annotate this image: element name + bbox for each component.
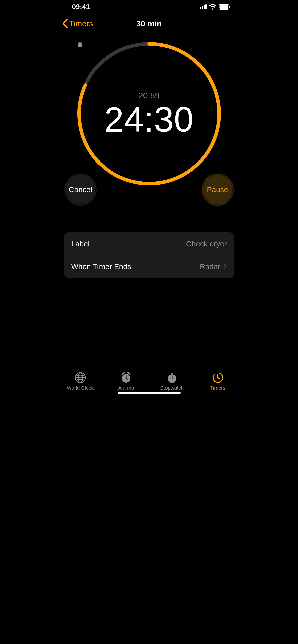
end-title: When Timer Ends <box>71 262 131 271</box>
when-timer-ends-row[interactable]: When Timer Ends Radar <box>64 255 234 278</box>
tab-label: Alarms <box>118 385 134 391</box>
tab-timers[interactable]: Timers <box>195 364 241 391</box>
cancel-button[interactable]: Cancel <box>64 174 97 206</box>
stopwatch-icon <box>166 372 178 384</box>
status-bar: 09:41 <box>57 0 241 14</box>
statusbar-time: 09:41 <box>72 3 200 11</box>
globe-icon <box>74 372 86 384</box>
tab-alarms[interactable]: Alarms <box>103 364 149 391</box>
back-label: Timers <box>69 19 93 28</box>
alarm-icon <box>120 372 132 384</box>
label-title: Label <box>71 239 90 248</box>
tab-label: World Clock <box>67 385 94 391</box>
svg-rect-10 <box>171 373 173 374</box>
remaining-time: 24:30 <box>104 102 194 137</box>
pause-label: Pause <box>207 185 228 194</box>
svg-rect-2 <box>229 6 230 8</box>
chevron-right-icon <box>223 262 227 271</box>
nav-bar: Timers 30 min <box>57 14 241 34</box>
wifi-icon <box>209 4 216 10</box>
tab-label: Timers <box>210 385 225 391</box>
pause-button[interactable]: Pause <box>202 174 234 206</box>
end-value: Radar <box>200 262 220 271</box>
page-title: 30 min <box>136 19 162 28</box>
chevron-left-icon <box>62 19 68 28</box>
back-button[interactable]: Timers <box>62 19 93 28</box>
cancel-label: Cancel <box>69 185 92 194</box>
svg-rect-1 <box>219 5 228 9</box>
label-row[interactable]: Label Check dryer <box>64 232 234 255</box>
status-icons <box>200 4 231 10</box>
timer-dial: 20:59 24:30 <box>57 41 241 186</box>
tab-label: Stopwatch <box>160 385 184 391</box>
home-indicator[interactable] <box>118 392 181 394</box>
end-time-row: 20:59 <box>138 91 160 100</box>
settings-list: Label Check dryer When Timer Ends Radar <box>64 232 234 278</box>
tab-stopwatch[interactable]: Stopwatch <box>149 364 195 391</box>
end-time: 20:59 <box>138 91 160 100</box>
tab-bar: World Clock Alarms Stopwatch Timers <box>57 364 241 396</box>
cellular-icon <box>200 4 207 9</box>
label-value: Check dryer <box>186 239 227 248</box>
timer-icon <box>212 372 224 384</box>
bell-icon <box>77 41 83 48</box>
tab-world-clock[interactable]: World Clock <box>57 364 103 391</box>
battery-icon <box>219 4 231 10</box>
